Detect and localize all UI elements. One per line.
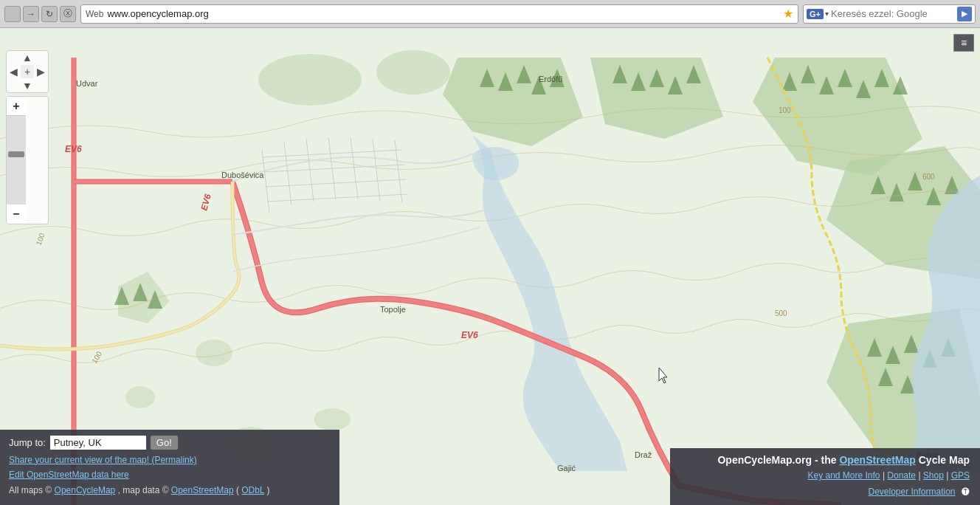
svg-text:Draž: Draž: [635, 450, 652, 459]
map-layers-button[interactable]: ≡: [953, 34, 974, 52]
svg-text:Udvar: Udvar: [76, 79, 98, 88]
jump-go-button[interactable]: Go!: [151, 436, 178, 450]
search-bar[interactable]: G+ ▾ ▶: [803, 4, 976, 24]
stop-button[interactable]: ⓧ: [60, 6, 76, 22]
pan-up-button[interactable]: ▲: [21, 51, 35, 65]
svg-text:600: 600: [922, 173, 935, 181]
svg-text:Erdőfű: Erdőfű: [539, 75, 562, 83]
pan-down-button[interactable]: ▼: [21, 78, 35, 92]
zoom-slider-thumb: [8, 151, 24, 157]
search-engine-button[interactable]: G+ ▾: [807, 9, 829, 19]
donate-link[interactable]: Donate: [887, 470, 916, 481]
svg-text:EV6: EV6: [461, 330, 478, 340]
attr-title-suffix: Cycle Map: [916, 454, 970, 466]
edit-osm-link[interactable]: Edit OpenStreetMap data here: [9, 470, 129, 480]
back-button[interactable]: ←: [4, 6, 21, 22]
copyright-text: All maps ©: [9, 485, 52, 495]
svg-text:100: 100: [779, 106, 791, 114]
tdb-icon: 🅣: [962, 487, 970, 496]
nav-buttons: ← → ↻ ⓧ: [4, 6, 76, 22]
jump-to-input[interactable]: [50, 436, 146, 450]
address-bar[interactable]: Web ★: [80, 4, 798, 24]
pan-right-button[interactable]: ▶: [34, 65, 48, 79]
attribution-panel: OpenCycleMap.org - the OpenStreetMap Cyc…: [670, 448, 980, 505]
gps-link[interactable]: GPS: [951, 470, 970, 481]
svg-point-38: [125, 386, 155, 408]
svg-text:Dubošévica: Dubošévica: [221, 171, 264, 179]
odbl-link[interactable]: ODbL: [241, 485, 264, 495]
search-input[interactable]: [831, 8, 955, 19]
jump-to-row: Jump to: Go!: [9, 436, 331, 450]
svg-point-37: [196, 340, 232, 366]
bottom-panel: Jump to: Go! Share your current view of …: [0, 430, 339, 505]
url-scheme: Web: [86, 9, 103, 19]
developer-info-link[interactable]: Developer Information: [868, 487, 955, 497]
zoom-out-button[interactable]: −: [7, 205, 26, 224]
permalink-link[interactable]: Share your current view of the map! (Per…: [9, 455, 197, 465]
search-engine-icon: G+: [807, 9, 824, 19]
pan-center-button[interactable]: +: [21, 65, 35, 79]
opencyclemap-link[interactable]: OpenCycleMap: [55, 485, 116, 495]
forward-button[interactable]: →: [23, 6, 39, 22]
shop-link[interactable]: Shop: [923, 470, 944, 481]
attribution-links: Key and More Info | Donate | Shop | GPS: [680, 468, 970, 484]
pan-left-button[interactable]: ◀: [7, 65, 21, 79]
svg-point-36: [314, 408, 351, 430]
browser-toolbar: ← → ↻ ⓧ Web ★ G+ ▾ ▶: [0, 0, 980, 28]
jump-to-label: Jump to:: [9, 437, 46, 448]
svg-text:Gajić: Gajić: [557, 464, 576, 473]
svg-point-2: [376, 50, 450, 95]
pan-control[interactable]: ▲ ◀ + ▶ ▼: [6, 50, 49, 93]
key-more-info-link[interactable]: Key and More Info: [807, 470, 880, 481]
bottom-links: Share your current view of the map! (Per…: [9, 453, 331, 498]
attribution-title: OpenCycleMap.org - the OpenStreetMap Cyc…: [680, 454, 970, 466]
svg-text:500: 500: [775, 309, 787, 317]
search-go-button[interactable]: ▶: [957, 7, 972, 21]
bookmark-star-icon[interactable]: ★: [783, 7, 793, 21]
zoom-controls[interactable]: + −: [6, 96, 49, 224]
svg-point-1: [258, 54, 362, 106]
osm-title-link[interactable]: OpenStreetMap: [839, 454, 915, 466]
svg-text:Topolje: Topolje: [380, 305, 406, 314]
url-input[interactable]: [107, 8, 779, 19]
zoom-in-button[interactable]: +: [7, 97, 26, 116]
map-controls: ▲ ◀ + ▶ ▼ + −: [6, 50, 49, 224]
svg-text:EV6: EV6: [65, 144, 82, 154]
zoom-slider[interactable]: [7, 116, 26, 205]
map-area[interactable]: 100 100 100 600 500: [0, 28, 980, 505]
attr-title-prefix: OpenCycleMap.org - the: [717, 454, 839, 466]
openstreetmap-link[interactable]: OpenStreetMap: [171, 485, 234, 495]
copyright-mid: , map data ©: [118, 485, 169, 495]
layers-icon: ≡: [961, 37, 967, 49]
reload-button[interactable]: ↻: [41, 6, 58, 22]
